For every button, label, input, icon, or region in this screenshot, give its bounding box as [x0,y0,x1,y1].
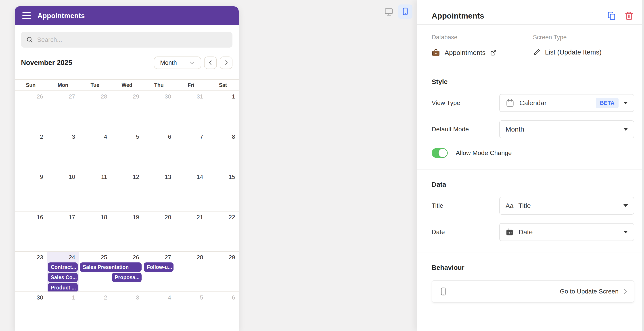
calendar-day-cell[interactable]: 8 [207,131,239,171]
calendar-day-cell[interactable]: 30 [143,91,174,131]
mobile-preview-button[interactable] [398,4,412,19]
date-field-select[interactable]: Date [499,223,634,241]
calendar-day-cell[interactable]: 17 [47,212,78,251]
day-of-week-label: Fri [174,80,206,90]
go-to-update-screen-button[interactable]: Go to Update Screen [432,280,634,303]
calendar-day-cell[interactable]: 20 [143,212,174,251]
day-of-week-label: Thu [143,80,174,90]
calendar-day-cell[interactable]: 28 [79,91,111,131]
calendar-day-cell[interactable]: 6 [143,131,174,171]
calendar-day-cell[interactable]: 14 [174,171,206,211]
date-field-label: Date [432,228,499,236]
calendar-day-cell[interactable]: 1 [207,91,239,131]
calendar-day-cell[interactable]: 27 [47,91,78,131]
calendar-next-button[interactable] [220,56,232,69]
allow-mode-change-label: Allow Mode Change [456,150,512,156]
calendar-month-title: November 2025 [21,59,72,67]
calendar-day-cell[interactable]: 29 [207,252,239,292]
day-of-week-label: Tue [79,80,111,90]
screen-type-label: Screen Type [533,34,634,41]
default-mode-label: Default Mode [432,126,499,133]
calendar-day-cell[interactable]: 19 [111,212,143,251]
caret-down-icon [624,128,628,131]
calendar-day-cell[interactable]: 26 [15,91,47,131]
calendar-event-pill[interactable]: Sales Presentation [80,262,142,272]
calendar-day-cell[interactable]: 5 [174,292,206,331]
view-type-label: View Type [432,100,499,106]
phone-icon [439,287,448,296]
calendar-filled-icon [506,228,514,236]
style-section-heading: Style [432,78,634,86]
divider [417,67,644,67]
go-to-update-screen-label: Go to Update Screen [560,288,618,295]
preview-canvas: Appointments November 2025 Month [0,0,417,331]
calendar-day-cell[interactable]: 16 [15,212,47,251]
trash-icon [624,11,634,20]
calendar-day-cell[interactable]: 5 [111,131,143,171]
external-link-icon[interactable] [490,49,496,56]
calendar-day-cell[interactable]: 4 [79,131,111,171]
calendar-day-cell[interactable]: 22 [207,212,239,251]
default-mode-value: Month [506,126,524,133]
app-bar-title: Appointments [38,12,85,20]
calendar-day-cell[interactable]: 2 [79,292,111,331]
chevron-left-icon [208,60,214,66]
calendar-day-cell[interactable]: 1 [47,292,78,331]
calendar-weeks: 2627282930311234567891011121314151617181… [15,90,239,331]
scrollbar-track[interactable] [642,0,644,331]
calendar-event-pill[interactable]: Product ... [48,283,78,292]
calendar-day-cell[interactable]: 31 [174,91,206,131]
calendar-day-cell[interactable]: 4 [143,292,174,331]
calendar-grid: SunMonTueWedThuFriSat 262728293031123456… [15,79,239,331]
day-of-week-label: Sat [207,80,239,90]
calendar-day-cell[interactable]: 3 [47,131,78,171]
calendar-day-cell[interactable]: 13 [143,171,174,211]
hamburger-menu-icon[interactable] [22,12,31,19]
calendar-day-cell[interactable]: 18 [79,212,111,251]
allow-mode-change-toggle[interactable] [432,148,448,158]
view-type-select[interactable]: Calendar BETA [499,94,634,112]
day-of-week-label: Mon [47,80,78,90]
device-toggle [382,4,412,19]
database-label: Database [432,34,533,41]
calendar-prev-button[interactable] [204,56,217,69]
delete-screen-button[interactable] [624,11,634,20]
calendar-day-cell[interactable]: 7 [174,131,206,171]
calendar-mode-select[interactable]: Month [154,56,201,69]
calendar-event-pill[interactable]: Sales Co... [48,273,78,282]
calendar-day-cell[interactable]: 2 [15,131,47,171]
chevron-right-icon [622,288,628,294]
desktop-icon [384,7,394,16]
calendar-day-cell[interactable]: 15 [207,171,239,211]
search-bar[interactable] [21,32,232,48]
settings-panel: Appointments Database [417,0,644,331]
calendar-day-cell[interactable]: 21 [174,212,206,251]
calendar-day-cell[interactable]: 28 [174,252,206,292]
day-of-week-label: Sun [15,80,47,90]
calendar-day-cell[interactable]: 11 [79,171,111,211]
calendar-day-cell[interactable]: 29 [111,91,143,131]
calendar-day-cell[interactable]: 23 [15,252,47,292]
title-field-value: Title [518,202,531,210]
duplicate-screen-button[interactable] [607,11,616,20]
calendar-day-cell[interactable]: 12 [111,171,143,211]
calendar-week-row: 16171819202122 [15,211,239,251]
screen-type-value: List (Update Items) [545,48,602,56]
calendar-day-cell[interactable]: 3 [111,292,143,331]
calendar-event-pill[interactable]: Proposa... [112,273,142,282]
search-input[interactable] [37,36,227,43]
calendar-day-cell[interactable]: 10 [47,171,78,211]
title-field-select[interactable]: Aa Title [499,197,634,215]
calendar-outline-icon [506,98,514,108]
calendar-event-pill[interactable]: Contract... [48,262,78,272]
calendar-event-pill[interactable]: Follow-u... [144,262,174,272]
calendar-day-cell[interactable]: 30 [15,292,47,331]
default-mode-select[interactable]: Month [499,120,634,138]
calendar-day-cell[interactable]: 9 [15,171,47,211]
desktop-preview-button[interactable] [382,4,396,19]
title-field-label: Title [432,202,499,209]
chevron-down-icon [189,60,195,66]
caret-down-icon [624,204,628,207]
database-value[interactable]: Appointments [444,49,486,56]
calendar-day-cell[interactable]: 6 [207,292,239,331]
